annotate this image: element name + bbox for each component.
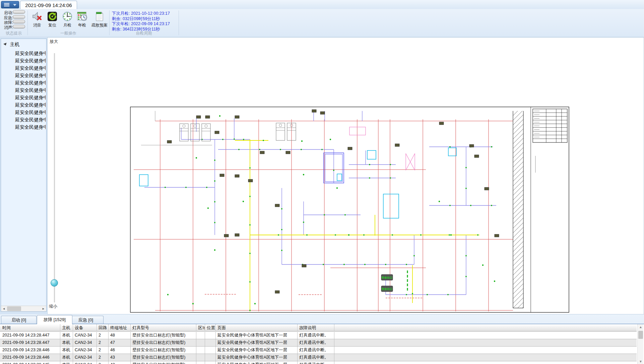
table-cell-area: [196, 361, 205, 364]
table-cell-fault: 灯具通讯中断。: [298, 332, 334, 339]
tree-horizontal-scrollbar[interactable]: ◄ ►: [1, 306, 46, 311]
table-vertical-scrollbar[interactable]: ▲ ▼: [637, 324, 643, 364]
column-header-page[interactable]: 页面: [216, 324, 298, 331]
tree-item-page-8[interactable]: 延安全民健身中: [1, 101, 46, 109]
column-header-device[interactable]: 设备: [73, 324, 97, 331]
table-row[interactable]: 2021-09-09 14:23:28.445本机CAN2-34242壁挂安全出…: [0, 361, 637, 364]
tree-item-page-10[interactable]: 延安全民健身中: [1, 116, 46, 123]
evacuation-plan-button[interactable]: 疏散预案: [90, 10, 109, 30]
table-cell-model: 壁挂安全出口标志灯(智能型): [131, 347, 196, 354]
table-row[interactable]: 2021-09-09 14:23:28.447本机CAN2-34247壁挂安全出…: [0, 339, 637, 347]
status-group-label: 状态提示: [0, 31, 27, 36]
table-cell-loop: 2: [97, 332, 109, 339]
table-cell-device: CAN2-34: [73, 354, 97, 361]
table-cell-area: [196, 354, 205, 361]
tree-item-page-5[interactable]: 延安全民健身中: [1, 79, 46, 86]
event-panel: 启动 [0]故障 [1529]应急 [0] 时间主机设备回路终端地址灯具型号区域…: [0, 314, 644, 364]
floor-plan-drawing: 安全出口安全出口: [48, 38, 644, 314]
zoom-slider-knob[interactable]: [51, 279, 58, 287]
event-tab-start[interactable]: 启动 [0]: [1, 316, 37, 324]
monthly-remaining-text: 剩余: 032日09时59分11秒: [112, 16, 186, 21]
table-row[interactable]: 2021-09-09 14:23:28.447本机CAN2-34248壁挂安全出…: [0, 332, 637, 339]
table-cell-fault: 灯具通讯中断。: [298, 354, 334, 361]
next-monthly-check-text: 下次月检: 2021-10-12 00:23:17: [112, 11, 186, 16]
scroll-up-icon[interactable]: ▲: [638, 324, 644, 330]
tree-item-page-4[interactable]: 延安全民健身中: [1, 72, 46, 79]
event-tab-emergency[interactable]: 应急 [0]: [68, 316, 104, 324]
event-tab-fault[interactable]: 故障 [1529]: [37, 315, 72, 324]
table-row[interactable]: 2021-09-09 14:23:28.446本机CAN2-34243壁挂安全出…: [0, 354, 637, 361]
table-cell-host: 本机: [60, 347, 73, 354]
tree-expand-icon[interactable]: [3, 43, 7, 46]
tree-root-host[interactable]: 主机: [4, 42, 46, 48]
column-header-terminal[interactable]: 终端地址: [109, 324, 131, 331]
table-cell-loop: 2: [97, 361, 109, 364]
calendar-clock-icon: [77, 11, 87, 22]
table-cell-model: 壁挂安全出口标志灯(智能型): [131, 332, 196, 339]
table-cell-page: 延安全民健身中心体育馆A区地下一层: [216, 332, 298, 339]
table-cell-location: [205, 361, 216, 364]
column-header-location[interactable]: 位置: [205, 324, 216, 331]
zoom-out-button[interactable]: 缩小: [49, 304, 57, 309]
tree-scrollbar-thumb[interactable]: [7, 306, 21, 311]
status-label-fault: 故障:: [4, 20, 13, 25]
table-cell-location: [205, 347, 216, 354]
selfcheck-group-label: 自检周期: [109, 31, 179, 36]
table-cell-time: 2021-09-09 14:23:28.447: [1, 339, 60, 346]
mute-button[interactable]: 消音: [29, 10, 45, 30]
title-tab[interactable]: 2021-09-09 14:24:06: [20, 1, 77, 9]
actions-group-label: 一般操作: [27, 31, 109, 36]
reset-button[interactable]: 复位: [45, 10, 60, 30]
scroll-down-icon[interactable]: ▼: [638, 359, 644, 364]
table-cell-area: [196, 339, 205, 346]
status-indicator-fault: [13, 20, 25, 23]
tree-item-page-11[interactable]: 延安全民健身中: [1, 123, 46, 131]
column-header-loop[interactable]: 回路: [97, 324, 109, 331]
tree-item-page-7[interactable]: 延安全民健身中: [1, 94, 46, 101]
status-row-emergency: 应急:: [4, 15, 13, 19]
table-cell-location: [205, 339, 216, 346]
column-header-time[interactable]: 时间: [1, 324, 60, 331]
tree-item-page-2[interactable]: 延安全民健身中: [1, 57, 46, 64]
table-cell-fault: 灯具通讯中断。: [298, 339, 334, 346]
scroll-left-icon[interactable]: ◄: [1, 306, 7, 311]
table-cell-page: 延安全民健身中心体育馆A区地下一层: [216, 339, 298, 346]
scroll-right-icon[interactable]: ►: [41, 306, 46, 311]
status-row-fault: 故障:: [4, 20, 13, 24]
status-indicator-emergency: [13, 15, 25, 19]
next-yearly-check-text: 下次年检: 2022-09-09 14:23:17: [112, 21, 186, 26]
table-cell-time: 2021-09-09 14:23:28.445: [1, 361, 60, 364]
table-cell-page: 延安全民健身中心体育馆A区地下一层: [216, 347, 298, 354]
tree-item-page-1[interactable]: 延安全民健身中: [1, 50, 46, 57]
table-scrollbar-thumb[interactable]: [638, 331, 643, 339]
table-cell-area: [196, 332, 205, 339]
yearly-check-button[interactable]: 年检: [74, 10, 90, 30]
status-indicator-silenced: [13, 25, 25, 28]
exit-sign-badge: 安全出口: [381, 275, 393, 280]
tree-item-page-3[interactable]: 延安全民健身中: [1, 64, 46, 72]
ribbon-toolbar: 启动:应急:故障:消声: 状态提示 消音复位月检年检疏散预案 一般操作 下次月检…: [0, 9, 644, 37]
table-cell-device: CAN2-34: [73, 332, 97, 339]
column-header-host[interactable]: 主机: [60, 324, 73, 331]
zoom-in-button[interactable]: 放大: [50, 39, 58, 45]
monthly-check-button[interactable]: 月检: [60, 10, 75, 30]
clock-icon: [62, 11, 73, 22]
table-cell-page: 延安全民健身中心体育馆A区地下一层: [216, 361, 298, 364]
device-tree-panel: 主机 延安全民健身中延安全民健身中延安全民健身中延安全民健身中延安全民健身中延安…: [1, 39, 47, 312]
table-cell-host: 本机: [60, 361, 73, 364]
table-cell-terminal: 43: [109, 354, 131, 361]
column-header-model[interactable]: 灯具型号: [131, 324, 196, 331]
reset-arrow-icon: [47, 11, 58, 22]
table-row[interactable]: 2021-09-09 14:23:28.446本机CAN2-34246壁挂安全出…: [0, 347, 637, 354]
column-header-fault[interactable]: 故障说明: [298, 324, 334, 331]
monthly-check-label: 月检: [60, 22, 75, 28]
status-row-silenced: 消声:: [4, 25, 13, 29]
document-plan-icon: [94, 11, 105, 22]
status-label-start: 启动:: [4, 10, 13, 15]
column-header-area[interactable]: 区域: [196, 324, 205, 331]
table-cell-device: CAN2-34: [73, 361, 97, 364]
table-cell-device: CAN2-34: [73, 347, 97, 354]
menu-button[interactable]: [1, 1, 19, 8]
tree-item-page-9[interactable]: 延安全民健身中: [1, 109, 46, 116]
tree-item-page-6[interactable]: 延安全民健身中: [1, 86, 46, 94]
